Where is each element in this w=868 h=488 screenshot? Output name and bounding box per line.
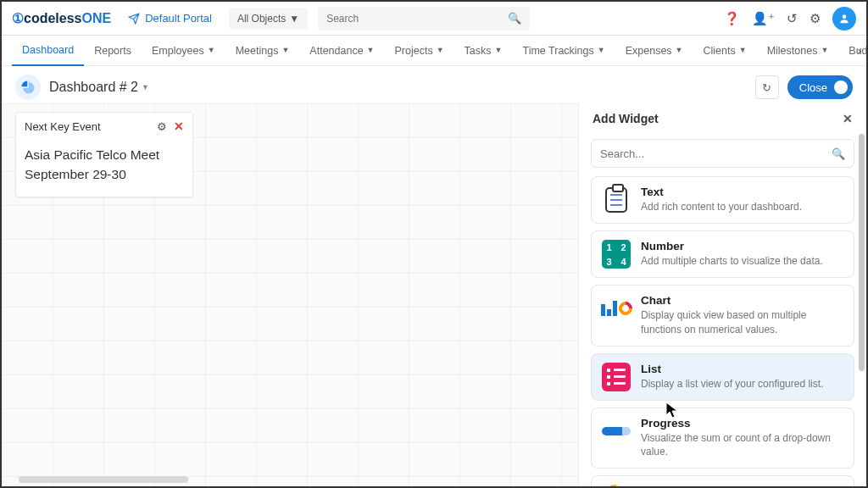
title-row: Dashboard # 2 ▼ ↻ Close (2, 66, 866, 108)
chevron-down-icon: ▼ (289, 13, 299, 25)
nav-milestones[interactable]: Milestones▼ (757, 36, 839, 66)
widget-option-list[interactable]: List Display a list view of your configu… (591, 353, 854, 401)
nav-dashboard[interactable]: Dashboard (12, 36, 84, 66)
clipboard-icon (605, 187, 627, 213)
list-icon (602, 363, 631, 391)
all-objects-dropdown[interactable]: All Objects ▼ (229, 8, 308, 30)
panel-search-input[interactable] (600, 147, 832, 160)
widget-title: Next Key Event (25, 120, 157, 133)
search-icon: 🔍 (508, 12, 521, 25)
user-icon (838, 13, 850, 25)
nav-scroll-right[interactable]: › (858, 44, 861, 57)
panel-title: Add Widget (593, 112, 659, 125)
nav-employees[interactable]: Employees▼ (142, 36, 225, 66)
close-icon[interactable]: ✕ (843, 112, 853, 125)
widget-option-chart[interactable]: Chart Display quick view based on multip… (591, 285, 854, 347)
svg-point-0 (843, 14, 847, 19)
avatar[interactable] (832, 7, 856, 30)
search-icon: 🔍 (832, 147, 845, 160)
nav-budgets[interactable]: Budgets▼ (838, 36, 868, 66)
send-icon (128, 13, 140, 25)
dashboard-icon (15, 75, 41, 100)
nav-expenses[interactable]: Expenses▼ (615, 36, 693, 66)
panel-scrollbar[interactable] (859, 134, 865, 452)
nav-attendance[interactable]: Attendance▼ (299, 36, 384, 66)
logo[interactable]: ①codelessONE (12, 10, 111, 26)
help-icon[interactable]: ❓ (724, 11, 740, 26)
dashboard-canvas[interactable]: Next Key Event ⚙ ✕ Asia Pacific Telco Me… (2, 103, 578, 486)
nav-clients[interactable]: Clients▼ (693, 36, 757, 66)
add-widget-panel: Add Widget ✕ 🔍 Text Add rich content to … (578, 103, 866, 486)
nav-reports[interactable]: Reports (84, 36, 142, 66)
chevron-down-icon: ▼ (367, 47, 375, 54)
page-title[interactable]: Dashboard # 2 ▼ (49, 80, 149, 95)
chevron-down-icon: ▼ (821, 47, 828, 54)
widget-option-text[interactable]: Text Add rich content to your dashboard. (591, 176, 854, 224)
chevron-down-icon: ▼ (437, 47, 444, 54)
refresh-button[interactable]: ↻ (755, 75, 779, 99)
nav-meetings[interactable]: Meetings▼ (225, 36, 300, 66)
top-bar: ①codelessONE Default Portal All Objects … (2, 2, 866, 36)
global-search[interactable]: 🔍 (318, 7, 530, 30)
progress-icon (602, 427, 631, 435)
nav-time-trackings[interactable]: Time Trackings▼ (512, 36, 615, 66)
portal-selector[interactable]: Default Portal (121, 8, 219, 28)
chart-icon (601, 301, 632, 316)
chevron-down-icon: ▼ (739, 47, 747, 54)
gear-icon[interactable]: ⚙ (810, 11, 821, 26)
widget-option-number[interactable]: 1234 Number Add multiple charts to visua… (591, 230, 854, 278)
history-icon[interactable]: ↺ (787, 11, 798, 26)
chevron-down-icon: ▼ (208, 47, 215, 54)
chevron-down-icon: ▼ (495, 47, 503, 54)
widget-option-progress[interactable]: Progress Visualize the sum or count of a… (591, 408, 854, 469)
chevron-down-icon: ▼ (676, 47, 683, 54)
toggle-knob (834, 80, 848, 94)
gauge-icon (602, 485, 631, 486)
horizontal-scrollbar[interactable] (19, 476, 188, 483)
widget-next-key-event[interactable]: Next Key Event ⚙ ✕ Asia Pacific Telco Me… (15, 112, 193, 197)
close-icon[interactable]: ✕ (174, 119, 184, 133)
chevron-down-icon: ▼ (142, 83, 149, 92)
number-grid-icon: 1234 (602, 240, 631, 269)
chevron-down-icon: ▼ (598, 47, 605, 54)
chevron-down-icon: ▼ (281, 47, 289, 54)
global-search-input[interactable] (326, 13, 508, 25)
portal-label: Default Portal (145, 12, 212, 25)
nav-projects[interactable]: Projects▼ (385, 36, 454, 66)
add-user-icon[interactable]: 👤⁺ (752, 11, 775, 26)
panel-search[interactable]: 🔍 (591, 139, 854, 168)
widget-option-gauge[interactable]: Gauge (591, 475, 854, 486)
nav-tasks[interactable]: Tasks▼ (454, 36, 513, 66)
gear-icon[interactable]: ⚙ (157, 120, 167, 133)
nav-bar: Dashboard Reports Employees▼ Meetings▼ A… (2, 36, 866, 66)
widget-body: Asia Pacific Telco Meet September 29-30 (16, 140, 192, 197)
close-toggle[interactable]: Close (787, 75, 853, 99)
